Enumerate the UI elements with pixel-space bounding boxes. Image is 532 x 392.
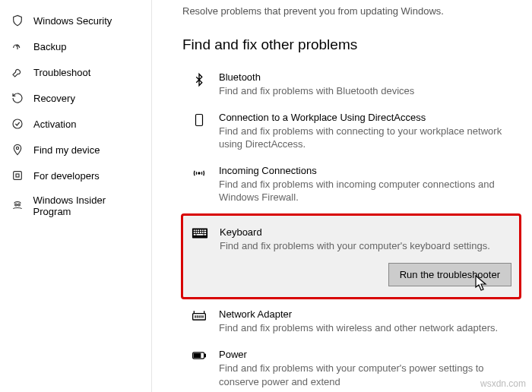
troubleshooter-desc: Find and fix problems with Bluetooth dev… [219,84,512,98]
signal-icon [190,165,208,204]
svg-rect-20 [200,232,201,233]
svg-rect-25 [204,234,207,236]
check-circle-icon [11,117,24,131]
wrench-icon [11,65,24,79]
troubleshooter-title: Connection to a Workplace Using DirectAc… [219,112,512,123]
svg-rect-24 [196,234,203,236]
sidebar-item-label: Windows Insider Program [33,194,144,217]
sidebar-item-activation[interactable]: Activation [0,111,151,137]
svg-rect-21 [202,232,204,233]
sidebar-item-find-my-device[interactable]: Find my device [0,137,151,163]
sidebar-item-label: Windows Security [33,15,112,27]
svg-rect-13 [198,229,199,231]
sidebar-item-recovery[interactable]: Recovery [0,85,151,111]
power-icon [190,349,208,388]
sidebar-item-label: Activation [33,119,76,130]
svg-rect-12 [196,229,198,231]
insider-icon [11,199,24,213]
svg-point-2 [16,147,18,149]
troubleshooter-title: Bluetooth [219,71,512,83]
svg-rect-14 [200,229,201,231]
sidebar-item-troubleshoot[interactable]: Troubleshoot [0,59,151,85]
troubleshooter-desc: Find and fix problems with incoming comp… [219,178,512,204]
svg-point-6 [17,204,20,206]
shield-icon [11,14,24,27]
troubleshooter-bluetooth[interactable]: Bluetooth Find and fix problems with Blu… [185,65,517,106]
sidebar-item-windows-security[interactable]: Windows Security [0,8,151,33]
svg-rect-36 [194,354,200,358]
location-icon [11,143,24,156]
network-adapter-icon [190,308,208,335]
workplace-connection-icon [190,112,208,151]
troubleshooter-desc: Find and fix problems with wireless and … [219,321,512,335]
sidebar-item-label: Backup [33,41,66,52]
svg-rect-15 [202,229,204,231]
svg-rect-19 [198,232,199,233]
watermark: wsxdn.com [480,378,526,389]
svg-rect-11 [194,229,195,231]
svg-rect-22 [204,232,207,233]
sidebar-item-for-developers[interactable]: For developers [0,163,151,188]
sidebar-item-backup[interactable]: Backup [0,33,151,59]
troubleshooter-directaccess[interactable]: Connection to a Workplace Using DirectAc… [185,106,517,159]
backup-icon [11,40,24,53]
troubleshooter-incoming[interactable]: Incoming Connections Find and fix proble… [185,159,517,212]
svg-point-1 [13,119,22,128]
troubleshooter-desc: Find and fix problems with connecting to… [219,125,512,151]
svg-rect-35 [204,354,206,356]
troubleshooter-title: Network Adapter [219,308,512,320]
sidebar: Windows Security Backup Troubleshoot Rec… [0,0,152,392]
troubleshooter-title: Incoming Connections [219,165,512,176]
troubleshooter-desc: Find and fix problems with your computer… [220,239,511,253]
troubleshooter-title: Power [219,349,512,360]
troubleshooter-keyboard[interactable]: Keyboard Find and fix problems with your… [181,213,521,300]
bluetooth-icon [190,71,208,98]
troubleshooter-list: Bluetooth Find and fix problems with Blu… [182,65,517,392]
svg-rect-3 [14,172,22,180]
troubleshooter-title: Keyboard [220,226,511,238]
svg-point-9 [198,172,200,174]
svg-point-5 [14,204,17,206]
troubleshooter-network[interactable]: Network Adapter Find and fix problems wi… [185,302,517,343]
svg-rect-23 [194,234,196,236]
intro-text: Resolve problems that prevent you from u… [182,0,517,18]
keyboard-icon [191,226,209,287]
sidebar-item-label: Find my device [33,144,100,156]
run-troubleshooter-button[interactable]: Run the troubleshooter [388,263,511,286]
section-header: Find and fix other problems [182,36,517,53]
svg-rect-16 [204,229,207,231]
troubleshooter-desc: Find and fix problems with your computer… [219,362,512,388]
main-panel: Resolve problems that prevent you from u… [152,0,532,392]
developers-icon [11,169,24,182]
svg-rect-7 [196,114,203,125]
troubleshooter-power[interactable]: Power Find and fix problems with your co… [185,343,517,392]
recovery-icon [11,91,24,105]
sidebar-item-label: Troubleshoot [33,67,90,78]
svg-rect-18 [196,232,198,233]
svg-rect-4 [16,174,19,177]
svg-rect-17 [194,232,195,233]
sidebar-item-label: Recovery [33,93,75,104]
sidebar-item-windows-insider[interactable]: Windows Insider Program [0,188,151,223]
sidebar-item-label: For developers [33,170,100,182]
